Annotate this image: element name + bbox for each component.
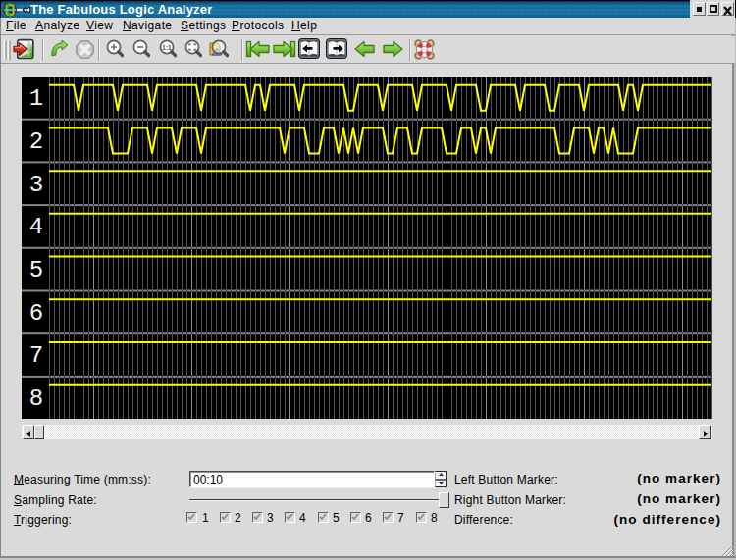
svg-text:2: 2: [29, 128, 43, 155]
svg-text:4: 4: [29, 214, 43, 240]
svg-text:1:1: 1:1: [162, 44, 172, 51]
svg-text:7: 7: [29, 342, 43, 369]
svg-text:1: 1: [29, 85, 43, 112]
svg-text:8: 8: [29, 385, 43, 412]
svg-text:6: 6: [29, 300, 43, 327]
svg-text:5: 5: [29, 257, 43, 283]
svg-text:3: 3: [29, 172, 43, 198]
